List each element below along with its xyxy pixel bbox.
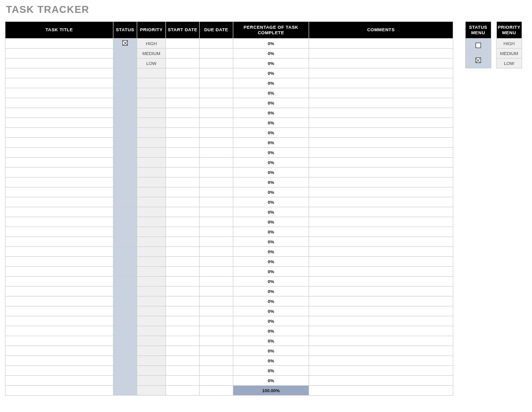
due-date-cell[interactable] <box>200 59 233 68</box>
comments-cell[interactable] <box>309 98 453 108</box>
pct-cell[interactable]: 0% <box>233 118 309 128</box>
priority-menu-item[interactable]: HIGH <box>496 39 522 49</box>
start-date-cell[interactable] <box>166 346 200 356</box>
task-title-cell[interactable] <box>5 316 113 326</box>
due-date-cell[interactable] <box>200 78 233 88</box>
start-date-cell[interactable] <box>166 306 200 316</box>
due-date-cell[interactable] <box>200 88 233 98</box>
comments-cell[interactable] <box>309 138 453 148</box>
task-title-cell[interactable] <box>5 257 113 267</box>
comments-cell[interactable] <box>309 227 453 237</box>
priority-cell[interactable]: HIGH <box>137 39 166 49</box>
status-cell[interactable] <box>113 237 137 247</box>
pct-cell[interactable]: 0% <box>233 247 309 257</box>
task-title-cell[interactable] <box>5 39 113 49</box>
pct-cell[interactable]: 0% <box>233 257 309 267</box>
start-date-cell[interactable] <box>166 158 200 168</box>
start-date-cell[interactable] <box>166 98 200 108</box>
priority-cell[interactable]: LOW <box>137 59 166 68</box>
status-cell[interactable] <box>113 158 137 168</box>
task-title-cell[interactable] <box>5 267 113 277</box>
pct-cell[interactable]: 0% <box>233 197 309 207</box>
comments-cell[interactable] <box>309 356 453 366</box>
task-title-cell[interactable] <box>5 98 113 108</box>
start-date-cell[interactable] <box>166 148 200 158</box>
due-date-cell[interactable] <box>200 356 233 366</box>
pct-cell[interactable]: 0% <box>233 148 309 158</box>
pct-cell[interactable]: 0% <box>233 39 309 49</box>
start-date-cell[interactable] <box>166 108 200 118</box>
pct-cell[interactable]: 0% <box>233 78 309 88</box>
pct-cell[interactable]: 0% <box>233 217 309 227</box>
priority-cell[interactable] <box>137 257 166 267</box>
due-date-cell[interactable] <box>200 316 233 326</box>
comments-cell[interactable] <box>309 267 453 277</box>
status-cell[interactable] <box>113 177 137 187</box>
comments-cell[interactable] <box>309 118 453 128</box>
status-cell[interactable] <box>113 118 137 128</box>
priority-cell[interactable]: MEDIUM <box>137 49 166 59</box>
start-date-cell[interactable] <box>166 356 200 366</box>
task-title-cell[interactable] <box>5 197 113 207</box>
start-date-cell[interactable] <box>166 326 200 336</box>
start-date-cell[interactable] <box>166 277 200 287</box>
status-cell[interactable] <box>113 68 137 78</box>
status-cell[interactable] <box>113 356 137 366</box>
task-title-cell[interactable] <box>5 128 113 138</box>
comments-cell[interactable] <box>309 177 453 187</box>
pct-cell[interactable]: 0% <box>233 187 309 197</box>
pct-cell[interactable]: 0% <box>233 277 309 287</box>
pct-cell[interactable]: 0% <box>233 128 309 138</box>
status-cell[interactable] <box>113 316 137 326</box>
task-title-cell[interactable] <box>5 138 113 148</box>
status-cell[interactable] <box>113 88 137 98</box>
comments-cell[interactable] <box>309 366 453 376</box>
status-cell[interactable] <box>113 267 137 277</box>
priority-cell[interactable] <box>137 158 166 168</box>
priority-cell[interactable] <box>137 237 166 247</box>
pct-cell[interactable]: 0% <box>233 237 309 247</box>
status-cell[interactable] <box>113 257 137 267</box>
comments-cell[interactable] <box>309 158 453 168</box>
comments-cell[interactable] <box>309 237 453 247</box>
status-cell[interactable] <box>113 49 137 59</box>
status-cell[interactable] <box>113 138 137 148</box>
due-date-cell[interactable] <box>200 247 233 257</box>
comments-cell[interactable] <box>309 257 453 267</box>
due-date-cell[interactable] <box>200 346 233 356</box>
pct-cell[interactable]: 0% <box>233 346 309 356</box>
start-date-cell[interactable] <box>166 68 200 78</box>
task-title-cell[interactable] <box>5 207 113 217</box>
comments-cell[interactable] <box>309 148 453 158</box>
status-cell[interactable] <box>113 207 137 217</box>
start-date-cell[interactable] <box>166 177 200 187</box>
priority-cell[interactable] <box>137 277 166 287</box>
status-cell[interactable] <box>113 376 137 386</box>
comments-cell[interactable] <box>309 78 453 88</box>
task-title-cell[interactable] <box>5 68 113 78</box>
comments-cell[interactable] <box>309 68 453 78</box>
due-date-cell[interactable] <box>200 207 233 217</box>
status-cell[interactable] <box>113 277 137 287</box>
due-date-cell[interactable] <box>200 148 233 158</box>
pct-cell[interactable]: 0% <box>233 59 309 68</box>
task-title-cell[interactable] <box>5 346 113 356</box>
status-cell[interactable] <box>113 148 137 158</box>
priority-cell[interactable] <box>137 168 166 177</box>
status-menu-item[interactable] <box>466 54 491 68</box>
start-date-cell[interactable] <box>166 138 200 148</box>
due-date-cell[interactable] <box>200 217 233 227</box>
priority-cell[interactable] <box>137 78 166 88</box>
start-date-cell[interactable] <box>166 227 200 237</box>
priority-menu-item[interactable]: MEDIUM <box>496 49 522 59</box>
pct-cell[interactable]: 0% <box>233 366 309 376</box>
start-date-cell[interactable] <box>166 207 200 217</box>
start-date-cell[interactable] <box>166 376 200 386</box>
start-date-cell[interactable] <box>166 78 200 88</box>
pct-cell[interactable]: 0% <box>233 356 309 366</box>
priority-cell[interactable] <box>137 98 166 108</box>
priority-cell[interactable] <box>137 326 166 336</box>
due-date-cell[interactable] <box>200 267 233 277</box>
due-date-cell[interactable] <box>200 336 233 346</box>
due-date-cell[interactable] <box>200 187 233 197</box>
